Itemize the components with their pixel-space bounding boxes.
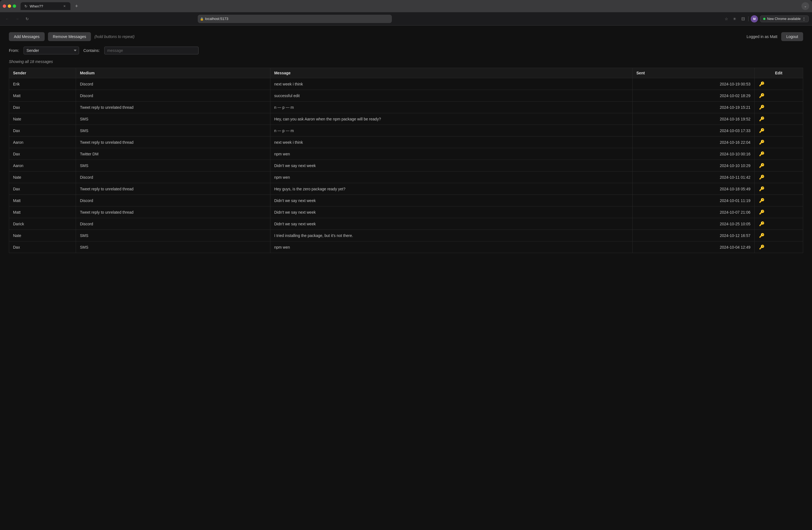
table-row: NateSMSHey, can you ask Aaron when the n… [9,113,803,125]
cell-medium: Discord [76,171,270,183]
table-row: DaxTwitter DMnpm wen2024-10-10 00:16🔑 [9,148,803,160]
edit-button[interactable]: 🔑 [758,174,765,181]
cell-edit: 🔑 [755,241,803,253]
hint-text: (hold buttons to repeat) [94,34,134,39]
edit-button[interactable]: 🔑 [758,139,765,145]
cell-sender: Erik [9,78,76,90]
contains-input[interactable] [104,47,199,54]
cell-medium: Discord [76,78,270,90]
showing-text: Showing all 18 messages [9,59,803,64]
tab-chevron-icon[interactable]: ⌄ [801,2,809,10]
active-tab[interactable]: ↻ When?? ✕ [20,2,70,10]
cell-sender: Nate [9,113,76,125]
cell-sent: 2024-10-07 21:06 [632,206,754,218]
contains-label: Contains: [84,48,100,53]
table-row: DaxSMSn --- p --- m2024-10-03 17:33🔑 [9,125,803,137]
cell-sender: Dax [9,183,76,195]
puzzle-icon[interactable]: ✳ [731,16,738,22]
new-chrome-more-icon: ⋮ [802,17,806,21]
cell-medium: Discord [76,90,270,102]
edit-button[interactable]: 🔑 [758,92,765,99]
cell-medium: SMS [76,160,270,171]
browser-window: ↻ When?? ✕ + ⌄ ← → ↻ 🔒 ☆ ✳ ⊟ M New Chrom… [0,0,812,530]
cell-edit: 🔑 [755,137,803,148]
address-input[interactable] [198,15,392,23]
cell-sent: 2024-10-10 10:29 [632,160,754,171]
avatar[interactable]: M [751,15,758,23]
table-row: AaronSMSDidn't we say next week2024-10-1… [9,160,803,171]
separator [748,16,749,22]
edit-button[interactable]: 🔑 [758,244,765,250]
col-sent: Sent [632,68,754,78]
table-row: MattDiscordDidn't we say next week2024-1… [9,195,803,206]
tab-bar: ↻ When?? ✕ + ⌄ [0,0,812,12]
address-bar-right: ☆ ✳ ⊟ M New Chrome available ⋮ [723,15,809,23]
reload-button[interactable]: ↻ [23,15,31,23]
cell-message: next week i think [270,78,632,90]
cell-sent: 2024-10-10 00:16 [632,148,754,160]
new-tab-button[interactable]: + [73,2,81,10]
edit-button[interactable]: 🔑 [758,232,765,239]
maximize-button[interactable] [13,4,16,8]
table-row: ErikDiscordnext week i think2024-10-19 0… [9,78,803,90]
cell-edit: 🔑 [755,218,803,230]
cell-edit: 🔑 [755,171,803,183]
table-row: DaxSMSnpm wen2024-10-04 12:49🔑 [9,241,803,253]
cell-message: Didn't we say next week [270,160,632,171]
edit-button[interactable]: 🔑 [758,81,765,87]
cell-medium: Tweet reply to unrelated thread [76,206,270,218]
cell-sender: Dax [9,241,76,253]
table-row: DaxTweet reply to unrelated threadn --- … [9,102,803,113]
cell-sent: 2024-10-11 01:42 [632,171,754,183]
cell-sent: 2024-10-04 12:49 [632,241,754,253]
edit-button[interactable]: 🔑 [758,186,765,192]
cell-sent: 2024-10-16 19:52 [632,113,754,125]
tab-title: When?? [30,4,43,8]
edit-button[interactable]: 🔑 [758,197,765,204]
col-edit: Edit [755,68,803,78]
toolbar: Add Messages Remove Messages (hold butto… [9,32,803,41]
cell-sender: Dax [9,102,76,113]
logout-button[interactable]: Logout [781,32,803,41]
tab-close-button[interactable]: ✕ [62,4,67,8]
cell-sent: 2024-10-02 18:29 [632,90,754,102]
edit-button[interactable]: 🔑 [758,220,765,227]
edit-button[interactable]: 🔑 [758,127,765,134]
cell-sender: Dax [9,125,76,137]
edit-button[interactable]: 🔑 [758,116,765,122]
cell-edit: 🔑 [755,183,803,195]
add-messages-button[interactable]: Add Messages [9,32,45,41]
traffic-lights [3,4,16,8]
edit-button[interactable]: 🔑 [758,151,765,157]
edit-button[interactable]: 🔑 [758,104,765,111]
cell-message: I tried installing the package, but it's… [270,230,632,241]
address-bar: ← → ↻ 🔒 ☆ ✳ ⊟ M New Chrome available ⋮ [0,12,812,26]
cell-medium: SMS [76,125,270,137]
extensions-icon[interactable]: ⊟ [740,16,746,22]
tab-reload-icon: ↻ [25,4,27,8]
cell-sender: Nate [9,171,76,183]
edit-button[interactable]: 🔑 [758,209,765,215]
cell-edit: 🔑 [755,113,803,125]
cell-message: n --- p --- m [270,125,632,137]
cell-message: npm wen [270,241,632,253]
cell-sent: 2024-10-19 15:21 [632,102,754,113]
minimize-button[interactable] [8,4,11,8]
cell-medium: Discord [76,218,270,230]
cell-sender: Aaron [9,160,76,171]
cell-edit: 🔑 [755,125,803,137]
back-button[interactable]: ← [3,15,11,23]
edit-button[interactable]: 🔑 [758,162,765,169]
table-row: DaxTweet reply to unrelated threadHey gu… [9,183,803,195]
cell-sent: 2024-10-01 11:19 [632,195,754,206]
star-icon[interactable]: ☆ [723,16,729,22]
remove-messages-button[interactable]: Remove Messages [48,32,91,41]
filters: From: Sender Erik Matt Dax Nate Aaron Da… [9,47,803,54]
forward-button[interactable]: → [13,15,21,23]
new-chrome-badge[interactable]: New Chrome available ⋮ [760,16,809,22]
tab-bar-right: ⌄ [801,2,809,10]
from-select[interactable]: Sender Erik Matt Dax Nate Aaron Darick [24,47,79,54]
close-button[interactable] [3,4,6,8]
cell-sender: Matt [9,90,76,102]
from-label: From: [9,48,19,53]
